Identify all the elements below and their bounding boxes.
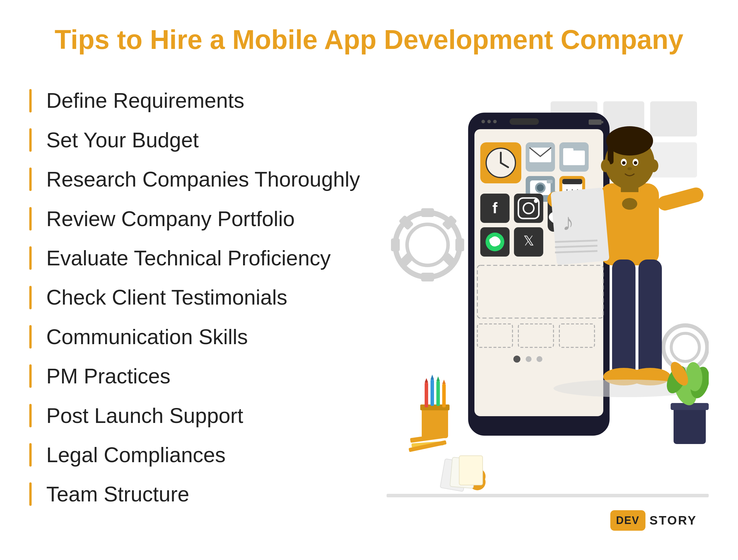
svg-text:f: f [492,200,497,217]
svg-rect-45 [547,180,552,183]
svg-marker-105 [430,374,434,379]
list-item-label-evaluate-technical: Evaluate Technical Proficiency [46,245,331,271]
list-item-border [29,443,32,467]
brand-logo: DEV STORY [610,510,697,531]
svg-rect-123 [387,494,709,497]
page-title: Tips to Hire a Mobile App Development Co… [29,23,709,56]
svg-point-81 [627,167,632,170]
page-container: Tips to Hire a Mobile App Development Co… [0,0,738,560]
list-item-border [29,286,32,309]
svg-point-22 [487,120,491,123]
list-item-border [29,89,32,112]
illustration-panel: f [387,79,709,542]
svg-rect-37 [562,179,582,184]
svg-point-71 [536,356,542,362]
svg-rect-2 [650,101,697,136]
list-item-post-launch: Post Launch Support [29,400,369,431]
svg-rect-94 [639,260,662,377]
svg-point-44 [537,184,544,191]
list-item-set-budget: Set Your Budget [29,124,369,156]
list-item-border [29,404,32,427]
list-item-pm-practices: PM Practices [29,360,369,391]
brand-word: STORY [650,513,697,528]
svg-rect-102 [436,381,440,406]
list-item-border [29,364,32,388]
svg-rect-8 [421,208,434,217]
svg-rect-72 [600,183,659,265]
list-item-label-pm-practices: PM Practices [46,363,170,389]
svg-rect-101 [430,379,434,406]
list-item-label-research-companies: Research Companies Thoroughly [46,167,360,192]
list-item-label-check-testimonials: Check Client Testimonials [46,285,287,310]
svg-rect-10 [391,238,400,251]
list-item-team-structure: Team Structure [29,479,369,510]
svg-rect-76 [621,183,639,192]
svg-point-82 [601,159,610,172]
svg-point-21 [481,120,485,123]
list-item-label-communication-skills: Communication Skills [46,324,248,349]
list-item-define-requirements: Define Requirements [29,85,369,116]
svg-rect-34 [563,148,574,153]
svg-text:𝕏: 𝕏 [523,233,534,248]
brand-box-text: DEV [616,514,640,527]
svg-point-17 [671,333,699,361]
list-item-research-companies: Research Companies Thoroughly [29,164,369,195]
svg-rect-100 [425,382,428,407]
list-item-label-set-budget: Set Your Budget [46,127,199,153]
svg-marker-104 [425,378,428,382]
svg-rect-98 [422,406,448,438]
list-item-label-define-requirements: Define Requirements [46,88,244,113]
svg-text:♪: ♪ [562,209,574,235]
svg-rect-103 [442,384,446,407]
svg-point-7 [407,224,448,265]
svg-rect-86 [550,188,610,265]
svg-point-70 [526,356,531,362]
svg-rect-24 [589,119,602,125]
illustration-svg: f [387,84,709,538]
svg-rect-91 [656,186,705,212]
tips-list: Define RequirementsSet Your BudgetResear… [29,79,369,542]
svg-rect-93 [612,260,636,377]
svg-rect-115 [459,456,483,485]
svg-point-79 [622,161,626,165]
svg-rect-116 [674,406,706,444]
list-item-label-legal-compliances: Legal Compliances [46,442,226,468]
svg-rect-5 [650,143,697,178]
svg-point-51 [534,199,538,203]
list-item-border [29,482,32,506]
svg-point-69 [513,355,520,362]
list-item-border [29,128,32,152]
list-item-border [29,325,32,348]
svg-marker-107 [442,379,446,384]
list-item-border [29,168,32,191]
list-item-label-team-structure: Team Structure [46,482,189,507]
svg-marker-106 [436,376,440,381]
content-area: Define RequirementsSet Your BudgetResear… [29,79,709,542]
list-item-communication-skills: Communication Skills [29,321,369,352]
list-item-label-post-launch: Post Launch Support [46,403,243,428]
brand-box: DEV [610,510,646,531]
svg-rect-11 [455,238,464,251]
svg-rect-9 [421,273,434,281]
list-item-border [29,207,32,231]
svg-point-92 [622,198,637,210]
svg-rect-20 [509,118,539,125]
svg-point-80 [634,161,637,165]
svg-rect-25 [602,121,603,123]
list-item-review-portfolio: Review Company Portfolio [29,203,369,234]
list-item-evaluate-technical: Evaluate Technical Proficiency [29,243,369,274]
list-item-border [29,246,32,270]
list-item-label-review-portfolio: Review Company Portfolio [46,206,295,231]
svg-point-23 [493,120,497,123]
list-item-check-testimonials: Check Client Testimonials [29,282,369,313]
svg-point-83 [649,159,658,172]
list-item-legal-compliances: Legal Compliances [29,439,369,470]
